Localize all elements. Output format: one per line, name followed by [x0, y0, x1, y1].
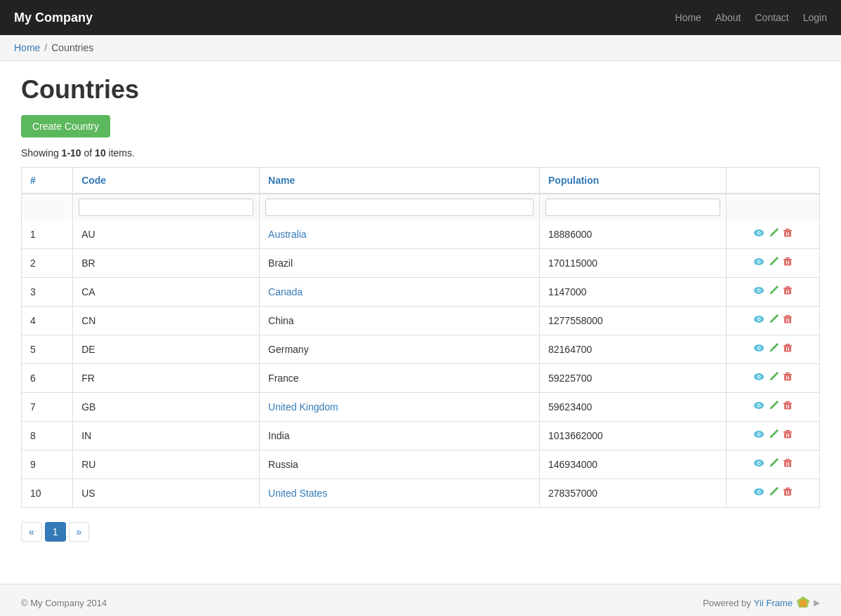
country-name-link[interactable]: Canada: [268, 286, 303, 297]
nav-login[interactable]: Login: [803, 12, 827, 23]
cell-population: 82164700: [540, 335, 727, 364]
cell-population: 1013662000: [540, 422, 727, 450]
table-row: 2BRBrazil170115000: [22, 249, 820, 278]
filter-code-input[interactable]: [79, 199, 253, 216]
edit-icon[interactable]: [769, 314, 779, 327]
svg-point-2: [757, 232, 760, 234]
edit-icon[interactable]: [769, 372, 779, 384]
table-row: 9RURussia146934000: [22, 450, 820, 479]
svg-point-18: [757, 290, 760, 292]
filter-code-cell: [73, 194, 260, 220]
pagination-page-1[interactable]: 1: [45, 522, 66, 542]
cell-code: IN: [73, 422, 260, 450]
cell-name: Russia: [260, 450, 540, 479]
pagination-next[interactable]: »: [69, 522, 90, 542]
delete-icon[interactable]: [783, 429, 793, 442]
delete-icon[interactable]: [783, 401, 793, 413]
svg-rect-7: [788, 232, 789, 236]
svg-rect-30: [786, 319, 787, 322]
view-icon[interactable]: [753, 486, 764, 500]
table-row: 6FRFrance59225700: [22, 364, 820, 393]
svg-rect-14: [786, 261, 787, 265]
svg-rect-78: [786, 491, 787, 495]
cell-actions: [726, 479, 819, 508]
edit-icon[interactable]: [769, 257, 779, 269]
edit-icon[interactable]: [769, 458, 779, 471]
view-icon[interactable]: [753, 371, 764, 385]
svg-point-42: [757, 376, 760, 378]
cell-id: 3: [22, 278, 73, 307]
cell-id: 1: [22, 220, 73, 249]
view-icon[interactable]: [753, 227, 764, 241]
cell-id: 7: [22, 393, 73, 422]
svg-rect-12: [786, 257, 790, 259]
view-icon[interactable]: [753, 429, 764, 443]
delete-icon[interactable]: [783, 314, 793, 327]
svg-rect-67: [783, 460, 792, 462]
delete-icon[interactable]: [783, 343, 793, 356]
footer-yii-link[interactable]: Yii Frame: [754, 598, 793, 608]
country-name-link[interactable]: Australia: [268, 229, 306, 240]
country-name-link[interactable]: United States: [268, 488, 327, 499]
nav-about[interactable]: About: [715, 12, 741, 23]
cell-name: France: [260, 364, 540, 393]
svg-rect-62: [786, 434, 787, 437]
create-country-button[interactable]: Create Country: [21, 115, 110, 138]
delete-icon[interactable]: [783, 458, 793, 471]
country-name-link[interactable]: United Kingdom: [268, 401, 338, 413]
svg-rect-23: [788, 290, 789, 293]
cell-name: Australia: [260, 220, 540, 249]
table-body: 1AUAustralia18886000 2BR: [22, 220, 820, 508]
svg-rect-53: [784, 404, 791, 410]
delete-icon[interactable]: [783, 257, 793, 269]
navbar: My Company Home About Contact Login: [0, 0, 841, 35]
cell-actions: [726, 220, 819, 249]
edit-icon[interactable]: [769, 487, 779, 500]
view-icon[interactable]: [753, 256, 764, 270]
svg-rect-13: [784, 260, 791, 266]
filter-population-input[interactable]: [545, 199, 720, 216]
edit-icon[interactable]: [769, 343, 779, 356]
cell-code: US: [73, 479, 260, 508]
edit-icon[interactable]: [769, 286, 779, 298]
page-title: Countries: [21, 75, 820, 105]
action-icons: [735, 371, 811, 385]
delete-icon[interactable]: [783, 487, 793, 500]
breadcrumb-home[interactable]: Home: [14, 42, 40, 53]
svg-rect-68: [786, 459, 790, 460]
edit-icon[interactable]: [769, 228, 779, 241]
view-icon[interactable]: [753, 400, 764, 414]
col-code[interactable]: Code: [73, 168, 260, 194]
view-icon[interactable]: [753, 314, 764, 328]
cell-actions: [726, 393, 819, 422]
pagination-prev[interactable]: «: [21, 522, 42, 542]
edit-icon[interactable]: [769, 429, 779, 442]
delete-icon[interactable]: [783, 372, 793, 384]
nav-contact[interactable]: Contact: [755, 12, 788, 23]
svg-rect-4: [786, 229, 790, 230]
filter-name-input[interactable]: [265, 199, 534, 216]
view-icon[interactable]: [753, 285, 764, 299]
cell-code: CN: [73, 307, 260, 335]
view-icon[interactable]: [753, 457, 764, 471]
edit-icon[interactable]: [769, 401, 779, 413]
svg-rect-29: [784, 318, 791, 323]
col-population[interactable]: Population: [540, 168, 727, 194]
svg-rect-43: [783, 374, 792, 375]
footer-powered: Powered by Yii Frame ▶: [703, 595, 820, 610]
cell-name: Canada: [260, 278, 540, 307]
svg-rect-76: [786, 488, 790, 489]
delete-icon[interactable]: [783, 286, 793, 298]
view-icon[interactable]: [753, 342, 764, 356]
delete-icon[interactable]: [783, 228, 793, 241]
col-name[interactable]: Name: [260, 168, 540, 194]
nav-home[interactable]: Home: [675, 12, 701, 23]
cell-actions: [726, 249, 819, 278]
footer-arrow: ▶: [814, 598, 820, 608]
footer-powered-by-text: Powered by: [703, 598, 751, 608]
main-content: Countries Create Country Showing 1-10 of…: [0, 61, 841, 556]
navbar-brand[interactable]: My Company: [14, 11, 93, 25]
cell-id: 9: [22, 450, 73, 479]
svg-rect-51: [783, 403, 792, 404]
action-icons: [735, 400, 811, 414]
